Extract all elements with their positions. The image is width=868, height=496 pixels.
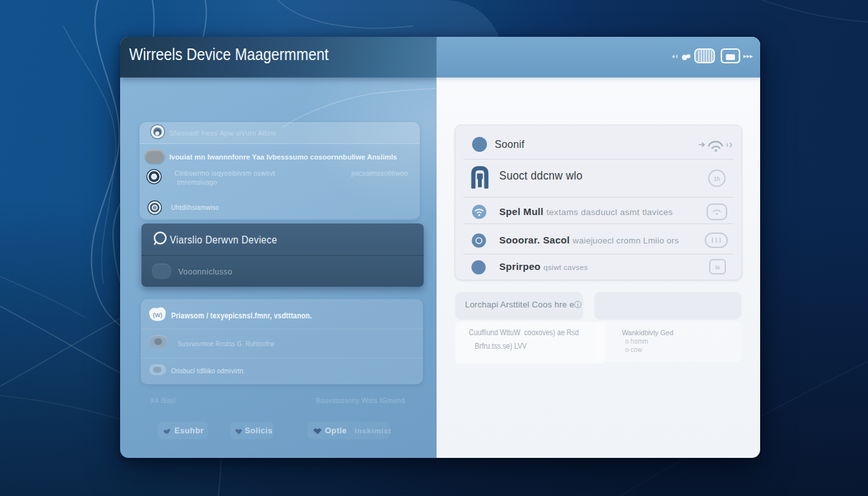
svg-text:(W): (W) — [153, 312, 163, 318]
svg-text:1h: 1h — [714, 176, 720, 182]
svg-text:ta: ta — [715, 264, 719, 271]
